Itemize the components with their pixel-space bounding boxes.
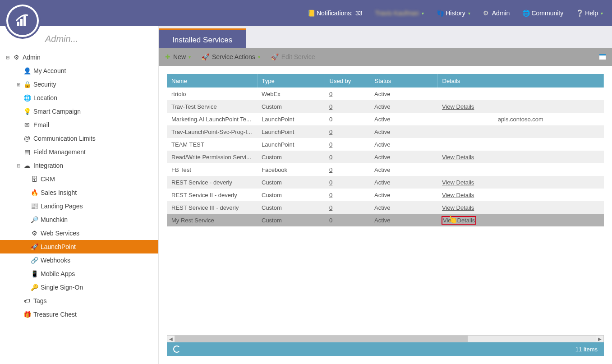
sidebar-item-location[interactable]: 🌐Location: [0, 91, 158, 105]
col-name[interactable]: Name: [167, 74, 257, 88]
chevron-down-icon: ▾: [422, 11, 424, 16]
nav-community[interactable]: 🌐 Community: [522, 9, 563, 17]
table-row[interactable]: My Rest ServiceCustom0ActiveView Details: [167, 214, 604, 226]
sidebar-item-tags[interactable]: 🏷Tags: [0, 294, 158, 308]
tree-node-icon: 🏷: [23, 297, 31, 304]
sidebar-item-integration[interactable]: ⊟☁Integration: [0, 159, 158, 172]
cell-status: Active: [370, 176, 437, 189]
cell-details: View Details: [437, 100, 604, 113]
view-details-link[interactable]: View Details: [442, 204, 474, 211]
view-details-link[interactable]: View Details: [442, 179, 474, 186]
cell-name: REST Service III - deverly: [167, 201, 257, 214]
col-status[interactable]: Status: [370, 74, 437, 88]
cell-used-by: 0: [325, 176, 370, 189]
nav-history[interactable]: 👣 History ▾: [437, 9, 470, 17]
sidebar-item-admin[interactable]: ⊟⚙Admin: [0, 51, 158, 64]
refresh-icon[interactable]: [173, 346, 180, 353]
scroll-left-icon[interactable]: ◀: [167, 336, 175, 342]
used-by-link[interactable]: 0: [329, 116, 332, 123]
table-row[interactable]: Read/Write Permission Servi...Custom0Act…: [167, 151, 604, 163]
sidebar-item-launchpoint[interactable]: 🚀LaunchPoint: [0, 240, 158, 253]
used-by-link[interactable]: 0: [329, 129, 332, 135]
tree-node-icon: 📰: [31, 203, 38, 210]
sidebar-item-label: Sales Insight: [41, 189, 77, 196]
sidebar-item-crm[interactable]: 🗄CRM: [0, 172, 158, 186]
nav-admin-label: Admin: [492, 9, 510, 17]
used-by-link[interactable]: 0: [329, 141, 332, 148]
sidebar-item-field-management[interactable]: ▤Field Management: [0, 145, 158, 159]
used-by-link[interactable]: 0: [329, 217, 332, 224]
used-by-link[interactable]: 0: [329, 204, 332, 211]
table-row[interactable]: Trav-LaunchPoint-Svc-Prog-I...LaunchPoin…: [167, 125, 604, 138]
sidebar-item-webhooks[interactable]: 🔗Webhooks: [0, 253, 158, 267]
cell-details: [437, 138, 604, 151]
svg-rect-2: [23, 16, 26, 26]
nav-notifications[interactable]: 📒 Notifications: 33: [308, 9, 363, 17]
nav-help[interactable]: ❔ Help ▾: [576, 9, 603, 17]
tab-installed-services[interactable]: Installed Services: [159, 28, 246, 48]
tree-node-icon: 🎁: [23, 311, 31, 318]
sidebar-item-label: Integration: [33, 162, 63, 169]
tree-expander-icon[interactable]: ⊟: [16, 163, 21, 168]
cell-status: Active: [370, 214, 437, 226]
new-label: New: [173, 53, 186, 60]
table-row[interactable]: REST Service II - deverlyCustom0ActiveVi…: [167, 189, 604, 201]
table-row[interactable]: FB TestFacebook0Active: [167, 163, 604, 176]
logo[interactable]: [5, 3, 41, 39]
service-actions-button[interactable]: 🚀 Service Actions ▾: [202, 53, 260, 60]
sidebar-item-landing-pages[interactable]: 📰Landing Pages: [0, 199, 158, 213]
nav-history-label: History: [446, 9, 465, 17]
sidebar-item-munchkin[interactable]: 🔎Munchkin: [0, 213, 158, 226]
new-button[interactable]: ✚ New ▾: [165, 53, 191, 60]
table-row[interactable]: TEAM TESTLaunchPoint0Active: [167, 138, 604, 151]
cell-used-by: 0: [325, 88, 370, 100]
grid-toolbar: ✚ New ▾ 🚀 Service Actions ▾ 🚀 Edit Servi…: [159, 48, 612, 66]
col-details[interactable]: Details: [437, 74, 604, 88]
table-row[interactable]: Marketing.AI LaunchPoint Te...LaunchPoin…: [167, 113, 604, 125]
table-row[interactable]: REST Service - deverlyCustom0ActiveView …: [167, 176, 604, 189]
col-used-by[interactable]: Used by: [325, 74, 370, 88]
cell-details: View Details: [437, 189, 604, 201]
used-by-link[interactable]: 0: [329, 166, 332, 173]
horizontal-scrollbar[interactable]: ◀ ▶: [167, 335, 604, 342]
scroll-right-icon[interactable]: ▶: [596, 336, 603, 342]
tree-expander-icon[interactable]: ⊟: [5, 55, 10, 60]
sidebar-item-email[interactable]: ✉Email: [0, 118, 158, 132]
sidebar-item-communication-limits[interactable]: @Communication Limits: [0, 132, 158, 145]
view-details-link[interactable]: View Details: [442, 192, 474, 198]
sidebar-item-mobile-apps[interactable]: 📱Mobile Apps: [0, 267, 158, 281]
used-by-link[interactable]: 0: [329, 179, 332, 186]
cell-type: LaunchPoint: [257, 113, 325, 125]
sidebar-item-smart-campaign[interactable]: 💡Smart Campaign: [0, 105, 158, 118]
edit-service-button[interactable]: 🚀 Edit Service: [271, 53, 315, 60]
nav-user[interactable]: Travis Kaufman ▾: [375, 9, 424, 17]
sidebar-item-my-account[interactable]: 👤My Account: [0, 64, 158, 78]
sidebar-item-treasure-chest[interactable]: 🎁Treasure Chest: [0, 308, 158, 321]
used-by-link[interactable]: 0: [329, 91, 332, 97]
view-details-link[interactable]: View Details: [442, 103, 474, 110]
scroll-thumb[interactable]: [175, 336, 468, 342]
table-row[interactable]: REST Service III - deverlyCustom0ActiveV…: [167, 201, 604, 214]
view-details-link[interactable]: View Details: [442, 154, 474, 161]
tree-node-icon: ⚙: [13, 54, 20, 61]
svg-rect-1: [20, 19, 23, 26]
used-by-link[interactable]: 0: [329, 154, 332, 161]
sidebar-item-single-sign-on[interactable]: 🔑Single Sign-On: [0, 281, 158, 294]
col-type[interactable]: Type: [257, 74, 325, 88]
nav-admin[interactable]: ⚙ Admin: [483, 9, 510, 17]
cell-status: Active: [370, 113, 437, 125]
table-row[interactable]: rtrioloWebEx0Active: [167, 88, 604, 100]
used-by-link[interactable]: 0: [329, 103, 332, 110]
sidebar-item-security[interactable]: ⊞🔒Security: [0, 78, 158, 91]
edit-service-label: Edit Service: [281, 53, 315, 60]
breadcrumb-text: Admin...: [45, 34, 78, 44]
used-by-link[interactable]: 0: [329, 192, 332, 198]
sidebar-item-sales-insight[interactable]: 🔥Sales Insight: [0, 186, 158, 199]
window-icon[interactable]: [599, 54, 606, 60]
services-table: Name Type Used by Status Details rtriolo…: [167, 74, 604, 226]
tree-expander-icon[interactable]: ⊞: [16, 82, 21, 87]
view-details-link[interactable]: View Details: [442, 217, 476, 224]
main-panel: ✚ New ▾ 🚀 Service Actions ▾ 🚀 Edit Servi…: [159, 48, 612, 364]
sidebar-item-web-services[interactable]: ⚙Web Services: [0, 226, 158, 240]
table-row[interactable]: Trav-Test ServiceCustom0ActiveView Detai…: [167, 100, 604, 113]
